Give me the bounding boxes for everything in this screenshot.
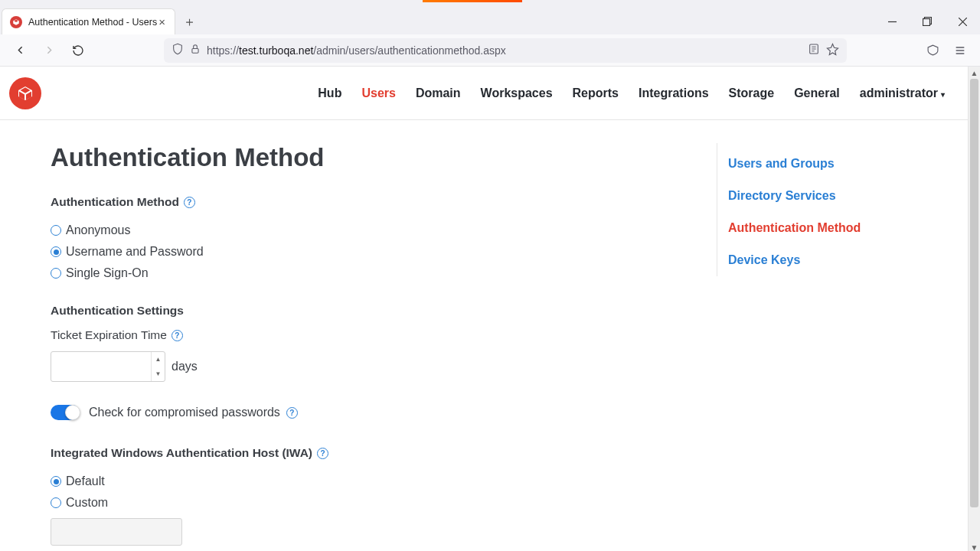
- tab-title: Authentication Method - Users: [28, 17, 157, 28]
- window-close-button[interactable]: [945, 8, 980, 34]
- radio-icon: [51, 225, 61, 236]
- scroll-up-icon[interactable]: ▲: [969, 67, 980, 79]
- app-menu-icon[interactable]: [948, 38, 972, 63]
- browser-tab[interactable]: Authentication Method - Users ×: [2, 8, 175, 34]
- reader-mode-icon[interactable]: [808, 43, 820, 57]
- help-icon[interactable]: ?: [184, 197, 195, 208]
- window-minimize-button[interactable]: [874, 8, 910, 34]
- auth-method-anonymous[interactable]: Anonymous: [51, 220, 686, 241]
- tab-close-icon[interactable]: ×: [157, 15, 167, 28]
- auth-settings-label: Authentication Settings: [51, 304, 686, 318]
- auth-method-label: Authentication Method ?: [51, 195, 686, 209]
- nav-domain[interactable]: Domain: [416, 86, 461, 100]
- svg-rect-1: [923, 19, 930, 26]
- pocket-icon[interactable]: [920, 38, 945, 63]
- window-maximize-button[interactable]: [910, 8, 945, 34]
- iwa-label: Integrated Windows Authentication Host (…: [51, 446, 686, 460]
- url-text: https://test.turboqa.net/admin/users/aut…: [207, 44, 802, 57]
- chevron-down-icon: ▾: [941, 90, 945, 99]
- side-nav-users-groups[interactable]: Users and Groups: [728, 148, 922, 180]
- page-title: Authentication Method: [51, 143, 686, 172]
- help-icon[interactable]: ?: [317, 448, 328, 459]
- spinner-up-icon[interactable]: ▲: [152, 352, 165, 367]
- scrollbar-thumb[interactable]: [970, 79, 978, 507]
- top-nav: Hub Users Domain Workspaces Reports Inte…: [318, 86, 959, 100]
- spinner-down-icon[interactable]: ▼: [152, 367, 165, 381]
- side-nav-auth-method[interactable]: Authentication Method: [728, 212, 922, 244]
- shield-icon[interactable]: [172, 43, 184, 57]
- app-logo[interactable]: [9, 77, 41, 109]
- new-tab-button[interactable]: ＋: [178, 10, 201, 33]
- radio-icon: [51, 268, 61, 279]
- nav-hub[interactable]: Hub: [318, 86, 341, 100]
- scroll-down-icon[interactable]: ▼: [969, 541, 980, 551]
- nav-storage[interactable]: Storage: [729, 86, 775, 100]
- nav-general[interactable]: General: [794, 86, 840, 100]
- nav-reload-button[interactable]: [66, 38, 90, 63]
- iwa-custom-input: [51, 518, 182, 546]
- lock-icon[interactable]: [190, 44, 201, 57]
- help-icon[interactable]: ?: [172, 330, 183, 341]
- nav-user-menu[interactable]: administrator▾: [860, 86, 945, 100]
- nav-integrations[interactable]: Integrations: [639, 86, 709, 100]
- ticket-expiration-input[interactable]: ▲ ▼: [51, 351, 165, 382]
- side-nav-device-keys[interactable]: Device Keys: [728, 244, 922, 276]
- toggle-knob: [65, 405, 80, 420]
- side-nav-directory-services[interactable]: Directory Services: [728, 180, 922, 212]
- radio-icon: [51, 476, 61, 487]
- svg-rect-2: [192, 48, 198, 53]
- radio-icon: [51, 497, 61, 508]
- nav-reports[interactable]: Reports: [573, 86, 619, 100]
- auth-method-username-password[interactable]: Username and Password: [51, 241, 686, 262]
- favicon-icon: [10, 16, 22, 28]
- side-nav: Users and Groups Directory Services Auth…: [717, 143, 922, 276]
- iwa-custom[interactable]: Custom: [51, 492, 686, 514]
- url-bar[interactable]: https://test.turboqa.net/admin/users/aut…: [164, 38, 847, 63]
- vertical-scrollbar[interactable]: ▲ ▼: [968, 67, 980, 551]
- compromised-passwords-toggle[interactable]: [51, 405, 80, 420]
- nav-users[interactable]: Users: [361, 86, 395, 100]
- help-icon[interactable]: ?: [286, 407, 298, 419]
- ticket-expiration-label: Ticket Expiration Time ?: [51, 328, 686, 342]
- bookmark-icon[interactable]: [826, 43, 839, 58]
- auth-method-sso[interactable]: Single Sign-On: [51, 262, 686, 284]
- nav-workspaces[interactable]: Workspaces: [481, 86, 553, 100]
- ticket-unit: days: [172, 360, 198, 373]
- compromised-passwords-label: Check for compromised passwords ?: [89, 406, 298, 419]
- iwa-default[interactable]: Default: [51, 471, 686, 492]
- nav-back-button[interactable]: [8, 38, 32, 63]
- nav-forward-button: [37, 38, 61, 63]
- radio-icon: [51, 246, 61, 257]
